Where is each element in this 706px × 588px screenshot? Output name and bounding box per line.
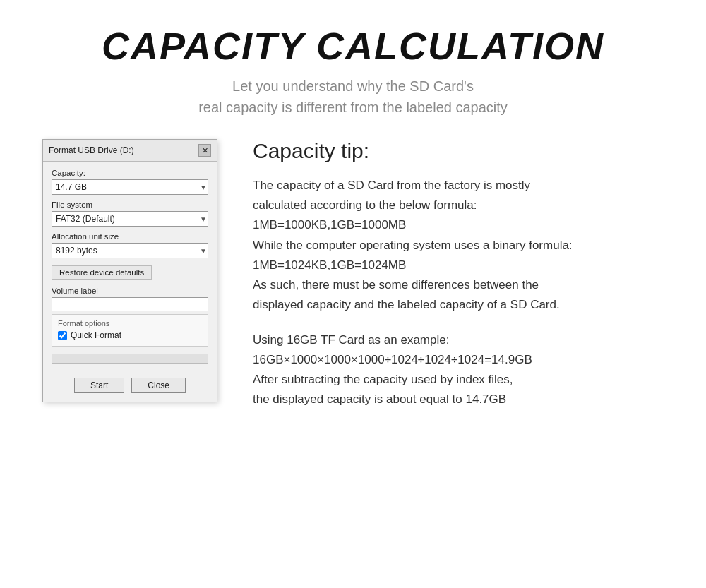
- volume-label: Volume label: [52, 287, 208, 295]
- tip-line4: While the computer operating system uses…: [253, 236, 664, 256]
- filesystem-select-wrapper: FAT32 (Default) ▼: [52, 211, 208, 227]
- quick-format-checkbox[interactable]: [58, 331, 67, 340]
- filesystem-label: File system: [52, 200, 208, 209]
- tip-line11: the displayed capacity is about equal to…: [253, 390, 664, 409]
- allocation-select-wrapper: 8192 bytes ▼: [52, 243, 208, 258]
- tip-line10: After subtracting the capacity used by i…: [253, 370, 664, 390]
- tip-line9: 16GB×1000×1000×1000÷1024÷1024÷1024=14.9G…: [253, 350, 664, 370]
- tip-line1: The capacity of a SD Card from the facto…: [253, 176, 664, 196]
- capacity-tip-title: Capacity tip:: [253, 139, 664, 163]
- tip-line3: 1MB=1000KB,1GB=1000MB: [253, 215, 664, 235]
- tip-spacer: [253, 315, 664, 330]
- right-panel: Capacity tip: The capacity of a SD Card …: [253, 139, 664, 409]
- quick-format-row: Quick Format: [58, 330, 202, 340]
- page-title: CAPACITY CALCULATION: [28, 25, 678, 67]
- dialog-titlebar: Format USB Drive (D:) ✕: [43, 140, 217, 162]
- allocation-select[interactable]: 8192 bytes: [52, 243, 208, 258]
- volume-label-input[interactable]: [52, 297, 208, 311]
- quick-format-label: Quick Format: [71, 330, 121, 340]
- close-icon: ✕: [202, 147, 208, 155]
- capacity-select-wrapper: 14.7 GB ▼: [52, 179, 208, 195]
- restore-defaults-button[interactable]: Restore device defaults: [52, 265, 152, 280]
- tip-line2: calculated according to the below formul…: [253, 196, 664, 215]
- dialog-title: Format USB Drive (D:): [49, 145, 134, 155]
- dialog-footer: Start Close: [43, 371, 217, 402]
- capacity-label: Capacity:: [52, 169, 208, 177]
- dialog-body: Capacity: 14.7 GB ▼ File system FAT32 (D…: [43, 162, 217, 371]
- tip-line7: displayed capacity and the labeled capac…: [253, 295, 664, 315]
- start-button[interactable]: Start: [74, 378, 124, 393]
- format-dialog: Format USB Drive (D:) ✕ Capacity: 14.7 G…: [42, 139, 217, 402]
- close-button[interactable]: Close: [131, 378, 186, 393]
- subtitle-line1: Let you understand why the SD Card's: [232, 78, 474, 94]
- tip-line6: As such, there must be some differences …: [253, 275, 664, 295]
- tip-line8: Using 16GB TF Card as an example:: [253, 330, 664, 350]
- allocation-label: Allocation unit size: [52, 232, 208, 241]
- dialog-close-button[interactable]: ✕: [198, 144, 211, 157]
- subtitle-line2: real capacity is different from the labe…: [198, 100, 508, 115]
- format-options-label: Format options: [58, 319, 202, 328]
- page-header: CAPACITY CALCULATION Let you understand …: [0, 0, 706, 139]
- filesystem-select[interactable]: FAT32 (Default): [52, 211, 208, 227]
- progress-bar: [52, 354, 208, 364]
- main-content: Format USB Drive (D:) ✕ Capacity: 14.7 G…: [0, 139, 706, 438]
- capacity-select[interactable]: 14.7 GB: [52, 179, 208, 195]
- page-subtitle: Let you understand why the SD Card's rea…: [28, 76, 678, 118]
- format-options-box: Format options Quick Format: [52, 314, 208, 347]
- tip-line5: 1MB=1024KB,1GB=1024MB: [253, 256, 664, 275]
